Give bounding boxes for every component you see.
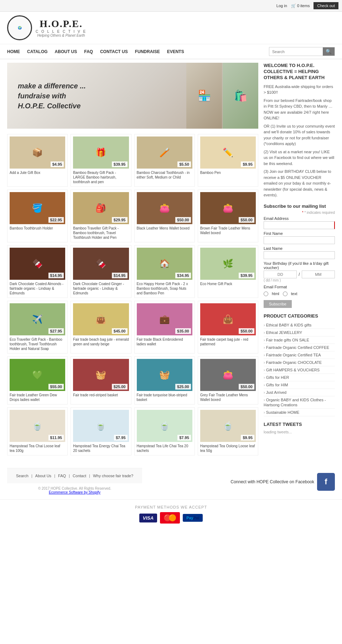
product-name: Bamboo Charcoal Toothbrush - in either S… <box>137 170 192 180</box>
firstname-field[interactable] <box>264 236 335 244</box>
product-card[interactable]: 🪥 $5.50 Bamboo Charcoal Toothbrush - in … <box>134 134 195 187</box>
category-item: Gifts for HER <box>264 374 335 381</box>
nav-events[interactable]: EVENTS <box>167 49 184 54</box>
cart-link[interactable]: 0 items <box>297 4 310 8</box>
product-price: $50.00 <box>175 217 191 223</box>
product-price: $7.95 <box>114 435 128 441</box>
category-link[interactable]: Ethical JEWELLERY <box>264 330 302 335</box>
product-name: Bamboo Traveller Gift Pack - Bamboo toot… <box>73 226 129 240</box>
footer-links: Search | About Us | FAQ | Contact | Why … <box>7 468 142 483</box>
product-card[interactable]: 🎁 $39.95 Bamboo Beauty Gift Pack - LARGE… <box>71 134 131 187</box>
product-card[interactable]: 🧺 $25.00 Fair trade red-striped basket <box>71 356 131 405</box>
category-link[interactable]: Fairtrade Organic Certified TEA <box>264 353 321 357</box>
category-link[interactable]: Sustainable HOME <box>264 410 299 414</box>
category-link[interactable]: Just Arrived <box>264 390 286 395</box>
product-card[interactable]: 🍵 $7.95 Hampstead Tea Life Chai Tea 20 s… <box>134 407 195 455</box>
nav-faq[interactable]: FAQ <box>84 49 93 54</box>
product-card[interactable]: 🍫 $14.95 Dark Chocolate Coated Ginger - … <box>71 245 131 298</box>
format-text-radio[interactable] <box>283 292 287 296</box>
product-price: $29.95 <box>112 217 128 223</box>
footer-faq[interactable]: FAQ <box>58 474 66 478</box>
nav-contact[interactable]: CONTACT US <box>100 49 128 54</box>
footer-shopify[interactable]: Ecommerce Software by Shopify <box>49 490 100 494</box>
lastname-field[interactable] <box>264 251 335 259</box>
product-card[interactable]: 📦 $4.95 Add a Jute Gift Box <box>7 134 68 187</box>
search-button[interactable]: 🔍 <box>323 47 335 56</box>
footer-why[interactable]: Why choose fair trade? <box>93 474 133 478</box>
logo-tagline: Helping Others & Planet Earth <box>37 34 85 37</box>
product-card[interactable]: 👜 $45.00 Fair trade beach bag jute - eme… <box>71 301 131 354</box>
birthday-dd[interactable] <box>264 271 297 278</box>
email-label: Email Address <box>264 216 335 221</box>
product-icon: 🍵 <box>32 421 43 431</box>
product-card[interactable]: 🧺 $25.00 Fair trade turquoise blue-strip… <box>134 356 195 405</box>
category-link[interactable]: Fair trade gifts ON SALE <box>264 338 309 342</box>
product-icon: 🧺 <box>159 370 170 380</box>
product-card[interactable]: 🍫 $14.95 Dark Chocolate Coated Almonds -… <box>7 245 68 298</box>
footer-search[interactable]: Search <box>16 474 28 478</box>
product-name: Bamboo Toothbrush Holder <box>10 226 65 231</box>
welcome-p4: (2) Visit us at a market near you! LIKE … <box>264 149 335 167</box>
nav-about[interactable]: ABOUT US <box>55 49 77 54</box>
facebook-icon[interactable]: f <box>317 473 335 491</box>
email-field[interactable] <box>264 221 335 229</box>
product-card[interactable]: ✏️ $9.95 Bamboo Pen <box>198 134 258 187</box>
product-price: $4.95 <box>51 161 64 167</box>
categories-title: PRODUCT CATEGORIES <box>264 313 335 319</box>
hero-headline: make a difference ... fundraise with H.O… <box>18 81 86 111</box>
product-name: Fair trade red-striped basket <box>73 393 129 397</box>
category-link[interactable]: Gifts for HER <box>264 375 289 380</box>
footer-links-area: Search | About Us | FAQ | Contact | Why … <box>7 468 142 496</box>
product-name: Fair trade beach bag jute - emerald gree… <box>73 337 129 346</box>
login-link[interactable]: Log in <box>276 4 287 8</box>
product-card[interactable]: ✈️ $27.95 Eco Traveller Gift Pack - Bamb… <box>7 301 68 354</box>
product-card[interactable]: 🎒 $29.95 Bamboo Traveller Gift Pack - Ba… <box>71 190 131 242</box>
product-card[interactable]: 🍵 $11.95 Hampstead Tea Chai Loose leaf t… <box>7 407 68 455</box>
product-name: Add a Jute Gift Box <box>10 170 65 175</box>
product-image: 🍵 $9.95 <box>200 410 256 442</box>
subscribe-box: Subscribe to our mailing list * * indica… <box>264 203 335 308</box>
footer-contact[interactable]: Contact <box>73 474 86 478</box>
required-note: * * indicates required <box>264 211 335 215</box>
firstname-label: First Name <box>264 231 335 236</box>
footer-about[interactable]: About Us <box>35 474 51 478</box>
checkout-button[interactable]: Check out <box>314 2 338 9</box>
product-card[interactable]: 👛 $50.00 Black Leather Mens Wallet boxed <box>134 190 195 242</box>
nav-home[interactable]: HOME <box>7 49 20 54</box>
nav-fundraise[interactable]: FUNDRAISE <box>135 49 160 54</box>
product-image: 🏠 $34.95 <box>137 248 192 280</box>
category-link[interactable]: Ethical BABY & KIDS gifts <box>264 323 311 327</box>
product-card[interactable]: 🏠 $34.95 Eco Happy Home Gift Pack - 2 x … <box>134 245 195 298</box>
category-link[interactable]: Gift HAMPERS & VOUCHERS <box>264 368 320 372</box>
product-image: 💚 $55.00 <box>10 359 65 391</box>
category-link[interactable]: Fairtrade Organic Certified COFFEE <box>264 345 329 350</box>
footer-row: Search | About Us | FAQ | Contact | Why … <box>0 464 342 499</box>
product-card[interactable]: 👛 $50.00 Grey Fair Trade Leather Mens Wa… <box>198 356 258 405</box>
product-card[interactable]: 👜 $50.00 Fair trade carpet bag jute - re… <box>198 301 258 354</box>
birthday-mm[interactable] <box>302 271 335 278</box>
subscribe-button[interactable]: Subscribe <box>264 300 292 308</box>
nav-catalog[interactable]: CATALOG <box>27 49 48 54</box>
category-link[interactable]: Gifts for HIM <box>264 383 288 387</box>
category-link[interactable]: Fairtrade Organic CHOCOLATE <box>264 360 322 365</box>
product-card[interactable]: 👛 $50.00 Brown Fair Trade Leather Mens W… <box>198 190 258 242</box>
product-icon: 🪥 <box>159 148 170 158</box>
product-card[interactable]: 💚 $55.00 Fair trade Leather Green Dew Dr… <box>7 356 68 405</box>
search-input[interactable] <box>269 48 323 55</box>
product-icon: 🎁 <box>95 148 106 158</box>
product-card[interactable]: 🍵 $9.95 Hampstead Tea Oolong Loose leaf … <box>198 407 258 455</box>
cart-icon: 🛒 <box>291 4 296 8</box>
format-html-radio[interactable] <box>264 292 268 296</box>
product-card[interactable]: 🍵 $7.95 Hampstead Tea Energy Chai Tea 20… <box>71 407 131 455</box>
category-item: Fairtrade Organic Certified TEA <box>264 351 335 359</box>
firstname-group: First Name <box>264 231 335 244</box>
tweets-title: LATEST TWEETS <box>264 422 335 427</box>
welcome-title: WELCOME TO H.O.P.E. COLLECTIVE = HELPING… <box>264 63 335 81</box>
main-layout: make a difference ... fundraise with H.O… <box>0 59 342 464</box>
product-card[interactable]: 💼 $35.00 Fair trade Black Embroidered la… <box>134 301 195 354</box>
subscribe-title: Subscribe to our mailing list <box>264 203 335 209</box>
product-card[interactable]: 🪣 $22.95 Bamboo Toothbrush Holder <box>7 190 68 242</box>
product-card[interactable]: 🌿 $39.95 Eco Home Gift Pack <box>198 245 258 298</box>
categories-box: PRODUCT CATEGORIES Ethical BABY & KIDS g… <box>264 313 335 416</box>
category-link[interactable]: Organic BABY and KIDS Clothes - Hartsong… <box>264 398 326 407</box>
